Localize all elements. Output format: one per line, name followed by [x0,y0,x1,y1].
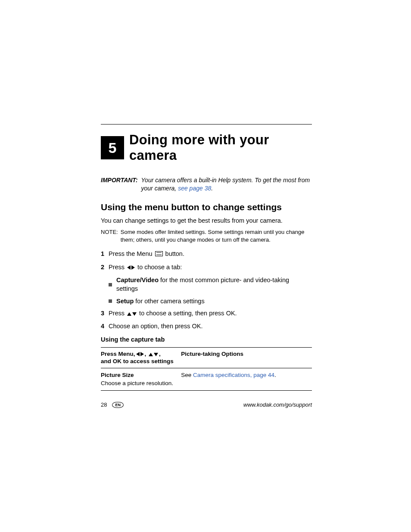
section-intro: You can change settings to get the best … [101,217,312,225]
step-2-text-b: to choose a tab: [136,264,182,271]
chapter-header: 5 Doing more with your camera [101,132,312,163]
row-desc: Choose a picture resolution. [101,380,173,386]
step-3-text-a: Press [109,310,126,317]
table-header-right: Picture-taking Options [181,347,312,368]
footer-url[interactable]: www.kodak.com/go/support [243,401,312,408]
table-cell-right: See Camera specifications, page 44. [181,368,312,390]
page-footer: 28 EN www.kodak.com/go/support [101,401,312,408]
note-text: Some modes offer limited settings. Some … [121,228,312,243]
row-title: Picture Size [101,372,134,378]
step-1-text-b: button. [164,250,184,257]
section-title: Using the menu button to change settings [101,202,312,212]
step-4-text: Choose an option, then press OK. [109,322,312,330]
left-right-arrows-icon [136,350,144,358]
important-label: IMPORTANT: [101,176,138,193]
step-3: 3 Press to choose a setting, then press … [101,309,312,317]
row-see: See [181,372,193,378]
chapter-number-box: 5 [101,136,124,159]
up-down-arrows-icon [149,350,158,358]
th1-line2: and OK to access settings [101,358,174,364]
step-3-text-b: to choose a setting, then press OK. [137,310,237,317]
camera-specs-link[interactable]: Camera specifications, page 44 [193,372,274,378]
step-1: 1 Press the Menu button. [101,249,312,258]
important-link[interactable]: see page 38 [178,185,211,192]
important-text-before: Your camera offers a built-in Help syste… [141,177,310,192]
bullet-bold: Capture/Video [116,277,159,283]
language-badge: EN [112,402,124,408]
bullet-rest: for other camera settings [134,298,204,305]
important-note: IMPORTANT: Your camera offers a built-in… [101,176,312,193]
subheading-capture-tab: Using the capture tab [101,336,312,343]
important-text: Your camera offers a built-in Help syste… [141,176,312,193]
step-number: 4 [101,322,109,330]
bullet-capture-video: Capture/Video for the most common pictur… [109,276,312,293]
step-number: 1 [101,249,109,258]
top-rule [101,124,312,124]
table-header-left: Press Menu,, , and OK to access settings [101,347,181,368]
square-bullet-icon [109,299,112,303]
step-4: 4 Choose an option, then press OK. [101,322,312,330]
settings-table: Press Menu,, , and OK to access settings… [101,347,312,391]
page-number: 28 [101,401,107,408]
bullet-setup: Setup for other camera settings [109,297,312,305]
step-2-text-a: Press [109,264,126,271]
note-label: NOTE: [101,228,118,243]
important-text-after: . [211,185,213,192]
up-down-arrows-icon [127,309,137,317]
step-2: 2 Press to choose a tab: [101,263,312,271]
square-bullet-icon [109,283,112,286]
left-right-arrows-icon [127,263,135,271]
step-number: 2 [101,263,109,271]
th1-line1: Press Menu, [101,351,135,357]
note-row: NOTE: Some modes offer limited settings.… [101,228,312,243]
chapter-title: Doing more with your camera [129,132,312,163]
bullet-bold: Setup [116,298,134,305]
row-after: . [274,372,276,378]
table-cell-left: Picture Size Choose a picture resolution… [101,368,181,390]
step-1-text-a: Press the Menu [109,250,154,257]
menu-icon [155,251,163,256]
step-number: 3 [101,309,109,317]
